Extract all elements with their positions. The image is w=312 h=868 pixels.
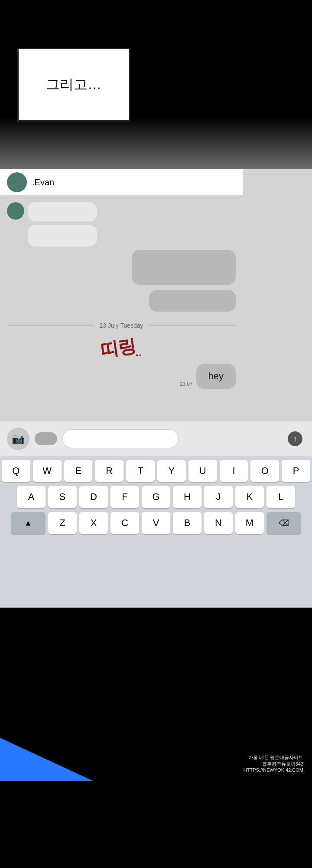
key-l[interactable]: L (266, 486, 295, 508)
key-d[interactable]: D (79, 486, 108, 508)
camera-icon: 📷 (12, 433, 25, 445)
camera-button[interactable]: 📷 (7, 427, 29, 450)
key-c[interactable]: C (110, 512, 139, 534)
watermark-line2: 웹툰왕국뉴토끼342 (244, 761, 303, 767)
key-q[interactable]: Q (2, 460, 30, 482)
watermark-line3: HTTPS://NEWYOKI42.COM (244, 767, 303, 773)
hey-message-container: 13:07 hey (7, 364, 236, 389)
key-t[interactable]: T (126, 460, 155, 482)
key-b[interactable]: B (173, 512, 202, 534)
hey-time: 13:07 (179, 381, 192, 387)
hey-text: hey (208, 371, 224, 381)
chat-container: .Evan 23 July Tuesday 띠링 .. (0, 169, 312, 447)
date-label: 23 July Tuesday (99, 322, 143, 329)
bottom-bar: 가종 베픈 웹툰대공사이트 웹툰왕국뉴토끼342 HTTPS://NEWYOKI… (0, 703, 312, 781)
key-g[interactable]: G (142, 486, 170, 508)
key-j[interactable]: J (204, 486, 233, 508)
key-w[interactable]: W (33, 460, 62, 482)
input-wrapper: ↑ (62, 429, 305, 448)
ding-notification: 띠링 .. (7, 336, 236, 360)
key-a[interactable]: A (17, 486, 46, 508)
keyboard-row-1: Q W E R T Y U I O P (2, 460, 310, 482)
send-button[interactable]: ↑ (288, 431, 302, 446)
key-u[interactable]: U (188, 460, 217, 482)
watermark-line1: 가종 베픈 웹툰대공사이트 (244, 754, 303, 761)
key-n[interactable]: N (204, 512, 233, 534)
avatar-small (7, 202, 24, 220)
key-p[interactable]: P (282, 460, 310, 482)
key-y[interactable]: Y (157, 460, 186, 482)
bubble-hey: hey (196, 364, 236, 389)
date-line-right (149, 326, 236, 326)
key-r[interactable]: R (95, 460, 124, 482)
key-k[interactable]: K (235, 486, 264, 508)
key-o[interactable]: O (250, 460, 279, 482)
ding-text: 띠링 (99, 334, 137, 363)
messages-area: 23 July Tuesday 띠링 .. 13:07 hey (0, 195, 243, 447)
contact-name: .Evan (32, 178, 54, 187)
watermark: 가종 베픈 웹툰대공사이트 웹툰왕국뉴토끼342 HTTPS://NEWYOKI… (244, 754, 303, 773)
message-input[interactable] (62, 429, 179, 448)
keyboard-row-2: A S D F G H J K L (2, 486, 310, 508)
key-x[interactable]: X (79, 512, 108, 534)
key-shift[interactable]: ▲ (11, 512, 46, 534)
key-f[interactable]: F (110, 486, 139, 508)
blue-corner (0, 738, 156, 781)
bubble-received-1 (28, 202, 97, 221)
key-backspace[interactable]: ⌫ (266, 512, 301, 534)
input-toolbar: 📷 ↑ (0, 421, 312, 456)
date-line-left (7, 326, 94, 326)
keyboard: Q W E R T Y U I O P A S D F G H J K L ▲ … (0, 456, 312, 608)
bubble-sent-1 (132, 250, 236, 285)
key-z[interactable]: Z (48, 512, 77, 534)
sent-message-2 (7, 288, 236, 312)
send-icon: ↑ (293, 435, 297, 443)
key-v[interactable]: V (142, 512, 170, 534)
key-i[interactable]: I (220, 460, 248, 482)
received-message-2 (7, 225, 236, 247)
contact-header: .Evan (0, 169, 243, 195)
comic-panel: 그리고… (0, 0, 312, 169)
keyboard-row-3: ▲ Z X C V B N M ⌫ (2, 512, 310, 534)
key-s[interactable]: S (48, 486, 77, 508)
speech-text: 그리고… (46, 75, 101, 94)
speech-bubble: 그리고… (17, 48, 130, 122)
voice-button[interactable] (35, 432, 57, 445)
key-h[interactable]: H (173, 486, 202, 508)
bubble-received-2 (28, 225, 97, 247)
panel-fade (0, 117, 312, 169)
date-separator: 23 July Tuesday (7, 322, 236, 329)
key-e[interactable]: E (64, 460, 93, 482)
avatar (7, 172, 27, 192)
key-m[interactable]: M (235, 512, 264, 534)
bubble-sent-2 (149, 290, 236, 312)
sent-message-1 (7, 250, 236, 285)
received-message-1 (7, 202, 236, 221)
